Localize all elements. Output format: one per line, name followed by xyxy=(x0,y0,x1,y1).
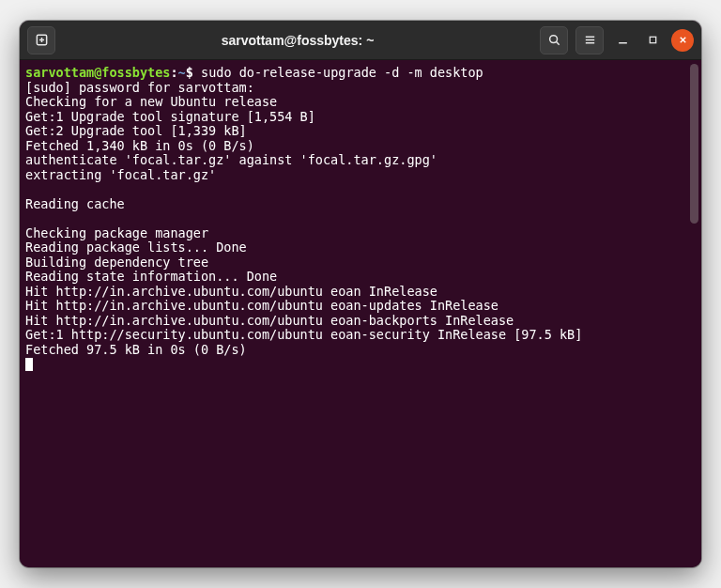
terminal-body[interactable]: sarvottam@fossbytes:~$ sudo do-release-u… xyxy=(20,60,701,567)
search-button[interactable] xyxy=(540,26,568,54)
window-title: sarvottam@fossbytes: ~ xyxy=(63,33,532,48)
maximize-button[interactable] xyxy=(641,29,664,52)
prompt-user-host: sarvottam@fossbytes xyxy=(25,65,170,80)
svg-line-4 xyxy=(556,42,559,45)
prompt-separator: : xyxy=(170,65,177,80)
titlebar[interactable]: sarvottam@fossbytes: ~ xyxy=(20,21,701,60)
terminal-window: sarvottam@fossbytes: ~ xyxy=(20,21,701,567)
scrollbar-thumb[interactable] xyxy=(690,64,698,224)
cursor-block xyxy=(25,358,33,371)
svg-point-3 xyxy=(549,36,557,43)
menu-button[interactable] xyxy=(575,26,604,54)
close-button[interactable] xyxy=(671,29,694,52)
minimize-button[interactable] xyxy=(611,29,634,52)
svg-rect-9 xyxy=(650,37,655,42)
prompt-path: ~ xyxy=(178,65,186,80)
terminal-content: sarvottam@fossbytes:~$ sudo do-release-u… xyxy=(25,66,692,372)
prompt-symbol: $ xyxy=(186,65,193,80)
new-tab-button[interactable] xyxy=(27,26,55,54)
prompt-command: sudo do-release-upgrade -d -m desktop xyxy=(201,65,483,80)
